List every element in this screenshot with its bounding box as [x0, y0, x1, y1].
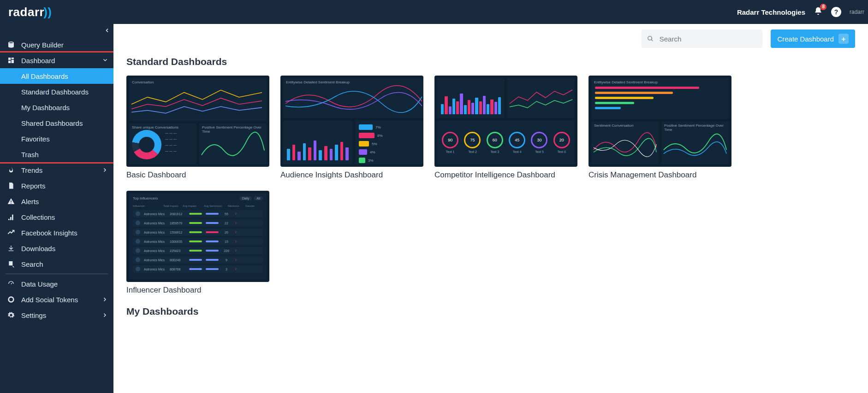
donut-chart-mock — [132, 130, 161, 159]
database-icon — [7, 41, 15, 48]
subnav-label: All Dashboards — [21, 72, 68, 80]
nav-query-builder[interactable]: Query Builder — [0, 37, 113, 53]
kpi-list: 7%8%5%4%3% — [355, 121, 423, 164]
download-icon — [7, 245, 15, 252]
nav-label: Facebook Insights — [21, 229, 77, 237]
nav-facebook-insights[interactable]: Facebook Insights — [0, 225, 113, 240]
document-icon — [7, 182, 15, 189]
panel-title: Top Influencers — [133, 196, 158, 200]
subnav-label: Favorites — [21, 135, 50, 143]
nav-label: Collections — [21, 213, 55, 221]
subnav-standard-dashboards[interactable]: Standard Dashboards — [0, 84, 113, 100]
search-box[interactable] — [642, 29, 762, 48]
logo-text: radarr — [8, 5, 44, 19]
search-input[interactable] — [659, 35, 757, 43]
subnav-label: My Dashboards — [21, 104, 70, 111]
dashboard-card-basic[interactable]: Conversation Share unique Conversations … — [126, 76, 269, 180]
user-avatar[interactable]: radarr — [850, 9, 860, 15]
filter-pill: All — [254, 196, 263, 200]
dual-line-mock — [507, 78, 575, 118]
nav-label: Settings — [21, 311, 46, 319]
table-header-labels: Influencer Total Impact Avg Impact Avg S… — [133, 205, 263, 207]
card-title: Influencer Dashboard — [126, 286, 269, 295]
meter-icon — [7, 280, 15, 287]
create-button-label: Create Dashboard — [777, 35, 834, 43]
nav-trends[interactable]: Trends — [0, 162, 113, 178]
nav-search[interactable]: Search — [0, 256, 113, 272]
nav-label: Trends — [21, 166, 42, 174]
smooth-wave-mock — [661, 122, 729, 164]
nav-label: Data Usage — [21, 280, 58, 288]
alert-icon — [7, 198, 15, 205]
dashboard-card-crisis[interactable]: Entitywise Detailed Sentiment Breakup Se… — [589, 76, 731, 180]
search-icon — [647, 35, 654, 42]
subnav-trash[interactable]: Trash — [0, 147, 113, 162]
subnav-favorites[interactable]: Favorites — [0, 131, 113, 147]
card-title: Basic Dashboard — [126, 170, 269, 180]
search-page-icon — [7, 260, 15, 268]
dashboard-card-influencer[interactable]: Top Influencers Daily All Influencer Tot… — [126, 191, 269, 295]
nav-label: Reports — [21, 182, 46, 190]
dashboard-icon — [7, 57, 15, 64]
chevron-left-icon — [104, 28, 110, 33]
chart-up-icon — [7, 229, 15, 236]
subnav-my-dashboards[interactable]: My Dashboards — [0, 100, 113, 115]
create-dashboard-button[interactable]: Create Dashboard + — [771, 29, 855, 48]
nav-label: Dashboard — [21, 57, 55, 65]
nav-data-usage[interactable]: Data Usage — [0, 276, 113, 292]
collections-icon — [7, 213, 15, 221]
subnav-label: Shared Dashboards — [21, 119, 83, 127]
nav-collections[interactable]: Collections — [0, 209, 113, 225]
highlighted-region: Dashboard All Dashboards Standard Dashbo… — [0, 51, 115, 164]
notifications-button[interactable]: 8 — [814, 6, 823, 18]
dashboard-card-competitor[interactable]: 90Text 175Text 260Text 345Text 430Text 5… — [434, 76, 577, 180]
legend-mock: — — —— — —— — —— — — — [165, 130, 177, 154]
card-title: Audience Insights Dashboard — [280, 170, 423, 180]
nav-dashboard[interactable]: Dashboard — [0, 53, 113, 68]
chevron-down-icon — [102, 58, 108, 63]
grouped-bars-mock — [287, 132, 349, 160]
gauge-row: 90Text 175Text 260Text 345Text 430Text 5… — [437, 121, 575, 164]
chevron-right-icon — [102, 312, 108, 318]
notification-badge: 8 — [820, 4, 826, 10]
collapse-sidebar-button[interactable] — [0, 24, 113, 37]
subnav-label: Standard Dashboards — [21, 88, 89, 96]
help-button[interactable]: ? — [831, 7, 841, 17]
area-chart-mock — [199, 123, 267, 164]
nav-alerts[interactable]: Alerts — [0, 194, 113, 209]
app-logo[interactable]: radarr)) — [8, 5, 52, 19]
flame-icon — [7, 166, 15, 174]
chevron-right-icon — [102, 167, 108, 173]
nav-label: Query Builder — [21, 41, 64, 49]
wave-chart-mock — [283, 78, 423, 118]
panel-title: Entitywise Detailed Sentiment Breakup — [594, 80, 658, 84]
subnav-shared-dashboards[interactable]: Shared Dashboards — [0, 115, 113, 131]
section-title-my: My Dashboards — [126, 306, 855, 317]
topbar: radarr)) Radarr Technologies 8 ? radarr — [0, 0, 868, 24]
logo-wave-icon: )) — [43, 5, 52, 19]
triple-wave-mock — [591, 122, 659, 164]
card-title: Competitor Intelligence Dashboard — [434, 170, 577, 180]
nav-downloads[interactable]: Downloads — [0, 240, 113, 256]
subnav-label: Trash — [21, 151, 39, 158]
sidebar: Query Builder Dashboard All Dashboards S… — [0, 24, 113, 393]
panel-title: Share unique Conversations — [132, 125, 178, 129]
nav-settings[interactable]: Settings — [0, 307, 113, 323]
subnav-all-dashboards[interactable]: All Dashboards — [0, 68, 113, 84]
line-chart-mock — [129, 78, 267, 121]
dashboard-card-audience[interactable]: Entitywise Detailed Sentiment Breakup — [280, 76, 423, 180]
nav-label: Add Social Tokens — [21, 296, 78, 304]
nav-label: Alerts — [21, 198, 39, 205]
nav-label: Downloads — [21, 245, 55, 252]
filter-pill: Daily — [239, 196, 252, 200]
nav-add-social-tokens[interactable]: Add Social Tokens — [0, 292, 113, 307]
section-title-standard: Standard Dashboards — [126, 56, 855, 67]
card-title: Crisis Management Dashboard — [589, 170, 731, 180]
nav-reports[interactable]: Reports — [0, 178, 113, 194]
equalizer-chart-mock — [441, 88, 501, 114]
plus-icon: + — [838, 34, 849, 44]
nav-label: Search — [21, 260, 43, 268]
gear-icon — [7, 311, 15, 319]
company-name[interactable]: Radarr Technologies — [737, 8, 805, 16]
chevron-right-icon — [102, 297, 108, 302]
